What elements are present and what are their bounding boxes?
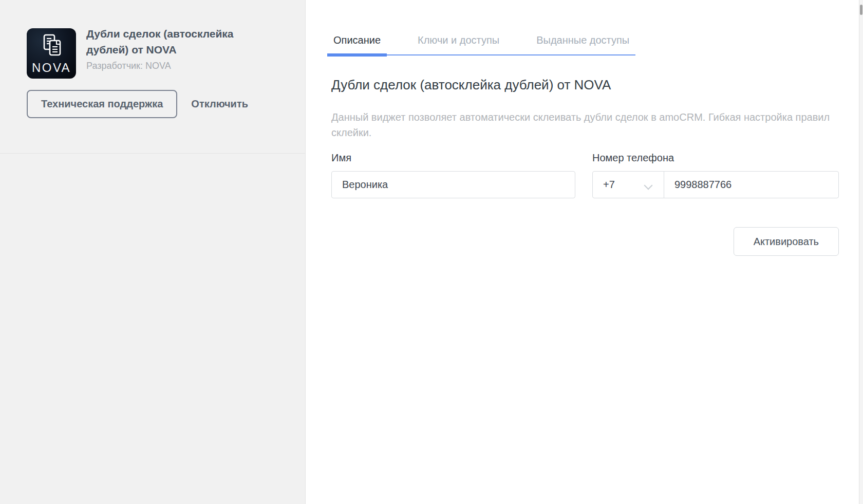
widget-settings-modal: NOVA Дубли сделок (автосклейка дублей) о… <box>0 0 863 504</box>
widget-header: NOVA Дубли сделок (автосклейка дублей) о… <box>27 28 305 79</box>
country-code-select[interactable]: +7 <box>593 172 664 198</box>
activate-row: Активировать <box>331 198 839 256</box>
widget-logo: NOVA <box>27 28 76 79</box>
activate-button[interactable]: Активировать <box>734 227 839 256</box>
widget-title: Дубли сделок (автосклейка дублей) от NOV… <box>86 26 247 58</box>
name-field-group: Имя <box>331 152 575 198</box>
name-input[interactable] <box>331 171 575 198</box>
page-title: Дубли сделок (автосклейка дублей) от NOV… <box>331 77 863 93</box>
support-button[interactable]: Техническая поддержка <box>27 90 177 118</box>
scrollbar-thumb[interactable] <box>860 5 862 15</box>
tab-bar: Описание Ключи и доступы Выданные доступ… <box>331 34 635 55</box>
phone-field-group: Номер телефона +7 <box>592 152 839 198</box>
copy-documents-icon <box>35 33 67 62</box>
tab-issued-access[interactable]: Выданные доступы <box>536 34 629 54</box>
tab-keys-and-access[interactable]: Ключи и доступы <box>418 34 499 54</box>
sidebar-divider <box>0 153 305 154</box>
phone-input-group: +7 <box>592 171 839 198</box>
disable-button[interactable]: Отключить <box>191 98 248 110</box>
widget-logo-text: NOVA <box>32 61 71 74</box>
country-code-value: +7 <box>603 179 615 191</box>
sidebar-actions: Техническая поддержка Отключить <box>27 90 305 118</box>
contact-form: Имя Номер телефона +7 <box>331 152 839 198</box>
phone-input[interactable] <box>664 172 838 198</box>
main-panel: Описание Ключи и доступы Выданные доступ… <box>306 0 863 504</box>
widget-titles: Дубли сделок (автосклейка дублей) от NOV… <box>86 28 247 79</box>
vertical-scrollbar[interactable] <box>859 0 863 504</box>
widget-developer: Разработчик: NOVA <box>86 61 247 71</box>
phone-label: Номер телефона <box>592 152 674 163</box>
name-label: Имя <box>331 152 351 163</box>
widget-description: Данный виджет позволяет автоматически ск… <box>331 109 837 140</box>
tab-description[interactable]: Описание <box>333 34 381 54</box>
sidebar: NOVA Дубли сделок (автосклейка дублей) о… <box>0 0 306 504</box>
chevron-down-icon <box>645 182 651 189</box>
